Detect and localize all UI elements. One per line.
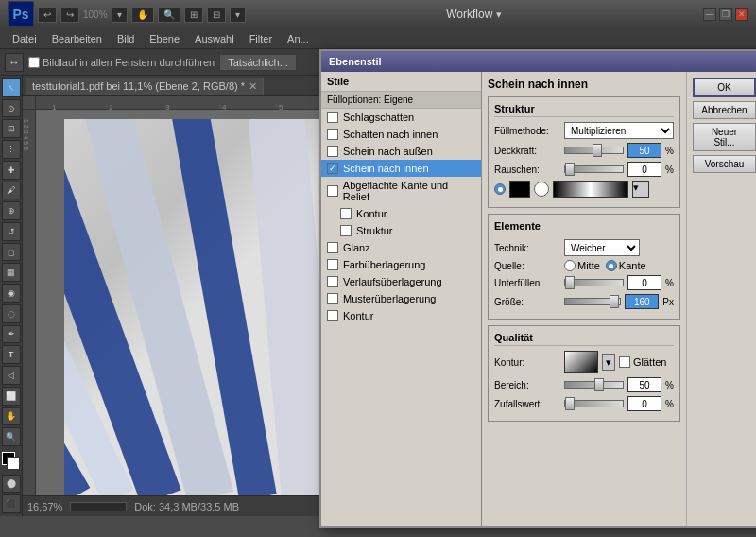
style-schein-innen[interactable]: ✓ Schein nach innen	[321, 160, 481, 177]
bereich-input[interactable]	[627, 377, 662, 392]
hand-tool-tb[interactable]: ✋	[2, 407, 21, 426]
brush-tool[interactable]: 🖌	[2, 182, 21, 200]
redo-btn[interactable]: ↪	[60, 7, 79, 23]
cb-schatten-innen[interactable]	[327, 129, 338, 140]
groesse-input[interactable]	[625, 294, 659, 309]
color-gradient[interactable]	[553, 181, 628, 198]
zoom-tool-tb[interactable]: 🔍	[2, 427, 21, 446]
tatsaechlich-btn[interactable]: Tatsächlich...	[219, 54, 297, 71]
quick-mask[interactable]: ⬤	[2, 475, 21, 494]
unterfuellen-thumb[interactable]	[565, 276, 575, 289]
fuellmethode-select[interactable]: Multiplizieren	[564, 122, 674, 139]
restore-btn[interactable]: ❐	[719, 8, 732, 21]
document-tab[interactable]: testtutorial1.pdf bei 11,1% (Ebene 2, RG…	[26, 78, 264, 95]
glaetten-checkbox[interactable]	[619, 356, 630, 368]
healing-tool[interactable]: ✚	[2, 161, 21, 180]
cancel-btn[interactable]: Abbrechen	[693, 101, 756, 119]
bildlauf-checkbox[interactable]	[28, 57, 40, 68]
clone-tool[interactable]: ⊕	[2, 201, 21, 220]
menu-an[interactable]: An...	[280, 31, 317, 46]
style-kontur-sub[interactable]: Kontur	[321, 205, 481, 222]
style-schatten-innen[interactable]: Schatten nach innen	[321, 126, 481, 143]
dodge-tool[interactable]: ◌	[2, 304, 21, 323]
lasso-tool[interactable]: ⊙	[2, 99, 21, 118]
cb-schlagschatten[interactable]	[327, 112, 338, 123]
style-abgeflachte[interactable]: Abgeflachte Kante und Relief	[321, 177, 481, 205]
color-radio-1[interactable]	[494, 183, 506, 195]
cb-kontur-sub[interactable]	[340, 208, 352, 219]
glaetten-cb[interactable]: Glätten	[619, 356, 666, 368]
groesse-slider[interactable]	[564, 298, 621, 305]
color-dropdown-btn[interactable]: ▾	[632, 181, 649, 198]
style-struktur-sub[interactable]: Struktur	[321, 222, 481, 239]
style-verlaufsueber[interactable]: Verlaufsüberlagerung	[321, 273, 481, 290]
history-btn[interactable]: ↩	[38, 7, 57, 23]
path-tool[interactable]: ◁	[2, 366, 21, 385]
menu-datei[interactable]: Datei	[5, 31, 44, 46]
zufallswert-input[interactable]	[627, 396, 662, 411]
kontur-dropdown-btn[interactable]: ▾	[602, 354, 615, 371]
menu-bearbeiten[interactable]: Bearbeiten	[44, 31, 110, 46]
bereich-slider[interactable]	[564, 381, 624, 389]
quelle-mitte[interactable]: Mitte	[564, 260, 600, 271]
style-kontur[interactable]: Kontur	[321, 307, 481, 324]
deckraft-thumb[interactable]	[593, 144, 602, 157]
color-swatch-black[interactable]	[509, 181, 530, 198]
screen-mode[interactable]: ⬛	[2, 494, 21, 513]
zoom-tool[interactable]: 🔍	[158, 7, 180, 23]
blur-tool[interactable]: ◉	[2, 284, 21, 303]
color-swatches[interactable]	[2, 452, 21, 471]
color-radio-2[interactable]	[534, 182, 549, 197]
technik-select[interactable]: Weicher	[564, 239, 640, 256]
hand-tool[interactable]: ✋	[131, 7, 154, 23]
grid-btn2[interactable]: ⊟	[207, 7, 226, 23]
selection-tool[interactable]: ↖	[2, 78, 21, 97]
gradient-tool[interactable]: ▦	[2, 263, 21, 282]
menu-filter[interactable]: Filter	[242, 31, 280, 46]
shape-tool[interactable]: ⬜	[2, 387, 21, 406]
style-farbueber[interactable]: Farbüberlagerung	[321, 256, 481, 273]
style-musterueber[interactable]: Musterüberlagerung	[321, 290, 481, 307]
arrange-btn[interactable]: ▾	[230, 7, 246, 23]
new-style-btn[interactable]: Neuer Stil...	[693, 123, 756, 151]
style-schein-aussen[interactable]: Schein nach außen	[321, 143, 481, 160]
deckraft-input[interactable]	[627, 143, 662, 158]
grid-btn[interactable]: ⊞	[184, 7, 203, 23]
minimize-btn[interactable]: —	[703, 8, 716, 21]
eyedropper-tool[interactable]: ⋮	[2, 140, 21, 159]
workflow-dropdown-icon[interactable]: ▾	[496, 9, 502, 21]
unterfuellen-input[interactable]	[627, 275, 662, 290]
zufallswert-thumb[interactable]	[565, 397, 575, 410]
zoom-btn[interactable]: ▾	[112, 7, 128, 23]
crop-tool[interactable]: ⊡	[2, 119, 21, 138]
kontur-preview[interactable]	[564, 351, 598, 373]
style-schlagschatten[interactable]: Schlagschatten	[321, 109, 481, 126]
cb-musterueber[interactable]	[327, 293, 338, 304]
groesse-thumb[interactable]	[610, 295, 619, 308]
unterfuellen-slider[interactable]	[564, 279, 624, 286]
menu-auswahl[interactable]: Auswahl	[187, 31, 242, 46]
menu-bild[interactable]: Bild	[110, 31, 142, 46]
zufallswert-slider[interactable]	[564, 400, 624, 407]
bereich-thumb[interactable]	[594, 378, 604, 391]
pen-tool[interactable]: ✒	[2, 325, 21, 344]
style-glanz[interactable]: Glanz	[321, 239, 481, 256]
cb-verlaufsueber[interactable]	[327, 276, 338, 287]
history-brush[interactable]: ↺	[2, 222, 21, 241]
ok-btn[interactable]: OK	[693, 78, 756, 97]
eraser-tool[interactable]: ◻	[2, 243, 21, 262]
radio-mitte-dot[interactable]	[564, 260, 576, 271]
cb-schein-innen[interactable]: ✓	[327, 163, 338, 174]
rauschen-thumb[interactable]	[565, 163, 575, 176]
cb-kontur[interactable]	[327, 310, 338, 321]
cb-abgeflachte[interactable]	[327, 185, 338, 197]
tab-close-btn[interactable]: ✕	[249, 80, 257, 93]
close-btn[interactable]: ✕	[735, 8, 748, 21]
cb-farbueber[interactable]	[327, 259, 338, 270]
cb-glanz[interactable]	[327, 242, 338, 253]
deckraft-slider[interactable]	[564, 147, 624, 154]
menu-ebene[interactable]: Ebene	[142, 31, 187, 46]
cb-struktur-sub[interactable]	[340, 225, 352, 236]
radio-kante-dot[interactable]	[606, 260, 617, 271]
fuellung-header[interactable]: Fülloptionen: Eigene	[321, 92, 481, 109]
